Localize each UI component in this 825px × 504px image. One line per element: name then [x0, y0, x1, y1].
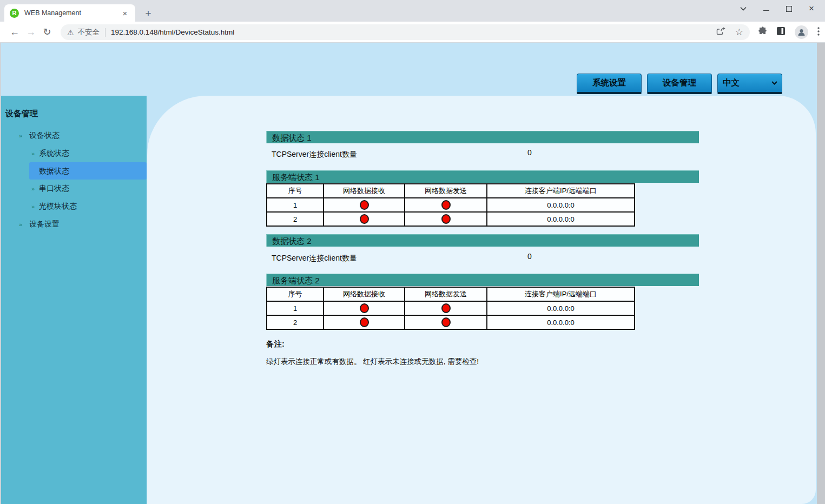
tcp-client-count-value-2: 0	[522, 252, 537, 261]
new-tab-button[interactable]: +	[142, 8, 155, 21]
rx-status-led-red	[360, 214, 369, 224]
window-maximize-button[interactable]	[785, 5, 793, 12]
tx-status-led-red	[441, 303, 451, 313]
row-index: 1	[267, 198, 324, 212]
row-index: 2	[267, 212, 324, 226]
client-ip: 0.0.0.0:0	[487, 198, 635, 212]
browser-tab[interactable]: R WEB Management ×	[4, 4, 135, 22]
not-secure-warning-icon: ⚠	[67, 28, 74, 37]
language-select-value: 中文	[723, 77, 740, 89]
tx-status-led-red	[441, 200, 451, 210]
note-title: 备注:	[266, 339, 285, 349]
menu-arrow-icon: »	[19, 132, 22, 139]
col-header-index: 序号	[267, 184, 324, 198]
col-header-client-ip: 连接客户端IP/远端端口	[487, 184, 635, 198]
client-ip: 0.0.0.0:0	[487, 212, 635, 226]
window-close-button[interactable]: ×	[808, 5, 815, 12]
site-favicon-icon: R	[10, 9, 19, 18]
server-status-table-2: 序号 网络数据接收 网络数据发送 连接客户端IP/远端端口 1 0.0.0.0:…	[266, 287, 635, 330]
page-background: 系统设置 设备管理 中文 设备管理 » 设备状态 » 系统状态 数据状态 » 串…	[0, 43, 825, 504]
row-index: 2	[267, 315, 324, 329]
sidebar-item-serial-status[interactable]: 串口状态	[39, 184, 69, 194]
browser-toolbar: ← → ↻ ⚠ 不安全 192.168.0.148/html/DeviceSta…	[0, 22, 825, 43]
sidebar-item-optical-module-status[interactable]: 光模块状态	[39, 202, 77, 211]
sidebar-title: 设备管理	[5, 109, 38, 119]
bookmark-star-icon[interactable]: ☆	[735, 26, 743, 38]
menu-arrow-icon: »	[31, 185, 35, 192]
table-row: 1 0.0.0.0:0	[267, 198, 635, 212]
device-management-button[interactable]: 设备管理	[647, 74, 712, 94]
system-settings-button[interactable]: 系统设置	[577, 74, 642, 94]
tab-search-chevron-icon[interactable]	[740, 5, 747, 12]
window-controls: ×	[740, 0, 821, 17]
rx-status-led-red	[360, 303, 369, 313]
tcp-client-count-value-1: 0	[522, 148, 537, 157]
col-header-net-rx: 网络数据接收	[324, 287, 405, 301]
share-icon[interactable]	[716, 27, 725, 37]
sidebar: 设备管理 » 设备状态 » 系统状态 数据状态 » 串口状态 » 光模块状态 »…	[1, 96, 147, 504]
browser-menu-icon[interactable]	[817, 27, 820, 38]
browser-titlebar: R WEB Management × + ×	[0, 0, 825, 22]
table-row: 1 0.0.0.0:0	[267, 301, 635, 315]
rx-status-led-red	[360, 200, 369, 210]
back-button[interactable]: ←	[6, 26, 23, 38]
note-text: 绿灯表示连接正常或有数据。 红灯表示未连接或无数据, 需要检查!	[266, 357, 479, 367]
tab-title: WEB Management	[24, 9, 120, 17]
col-header-index: 序号	[267, 287, 324, 301]
sidebar-item-device-status[interactable]: 设备状态	[29, 131, 60, 141]
client-ip: 0.0.0.0:0	[487, 301, 635, 315]
data-status-2-bar: 数据状态 2	[266, 234, 699, 247]
tcp-client-count-label-1: TCPServer连接client数量	[272, 150, 357, 160]
address-divider	[105, 28, 105, 37]
url-text[interactable]: 192.168.0.148/html/DeviceStatus.html	[111, 28, 234, 36]
menu-arrow-icon: »	[31, 203, 35, 210]
data-status-1-bar: 数据状态 1	[266, 131, 699, 143]
col-header-net-tx: 网络数据发送	[405, 184, 487, 198]
side-panel-icon[interactable]	[776, 26, 786, 38]
sidebar-item-device-settings[interactable]: 设备设置	[29, 220, 60, 229]
server-status-table-1: 序号 网络数据接收 网络数据发送 连接客户端IP/远端端口 1 0.0.0.0:…	[266, 183, 635, 227]
tab-close-icon[interactable]: ×	[120, 9, 130, 18]
security-label[interactable]: 不安全	[78, 28, 100, 37]
tcp-client-count-label-2: TCPServer连接client数量	[272, 254, 357, 263]
server-status-2-bar: 服务端状态 2	[266, 274, 699, 286]
reload-button[interactable]: ↻	[39, 26, 55, 38]
tx-status-led-red	[441, 317, 451, 327]
table-row: 2 0.0.0.0:0	[267, 212, 635, 226]
rx-status-led-red	[360, 317, 369, 327]
menu-arrow-icon: »	[31, 150, 35, 157]
menu-arrow-icon: »	[19, 221, 22, 228]
address-bar[interactable]: ⚠ 不安全 192.168.0.148/html/DeviceStatus.ht…	[61, 24, 750, 40]
tx-status-led-red	[441, 214, 451, 224]
language-select[interactable]: 中文	[717, 74, 782, 94]
col-header-net-rx: 网络数据接收	[324, 184, 405, 198]
window-minimize-button[interactable]	[762, 5, 770, 12]
row-index: 1	[267, 301, 324, 315]
client-ip: 0.0.0.0:0	[487, 315, 635, 329]
page-scrollbar[interactable]	[817, 43, 825, 504]
server-status-1-bar: 服务端状态 1	[266, 170, 699, 183]
sidebar-item-data-status-label: 数据状态	[39, 167, 69, 176]
chevron-down-icon	[771, 81, 777, 85]
col-header-net-tx: 网络数据发送	[405, 287, 487, 301]
forward-button[interactable]: →	[23, 26, 39, 38]
extensions-puzzle-icon[interactable]	[758, 26, 767, 38]
profile-avatar[interactable]	[795, 25, 808, 39]
sidebar-item-data-status[interactable]: 数据状态	[29, 162, 147, 180]
table-row: 2 0.0.0.0:0	[267, 315, 635, 329]
col-header-client-ip: 连接客户端IP/远端端口	[487, 287, 635, 301]
sidebar-item-system-status[interactable]: 系统状态	[39, 149, 69, 158]
